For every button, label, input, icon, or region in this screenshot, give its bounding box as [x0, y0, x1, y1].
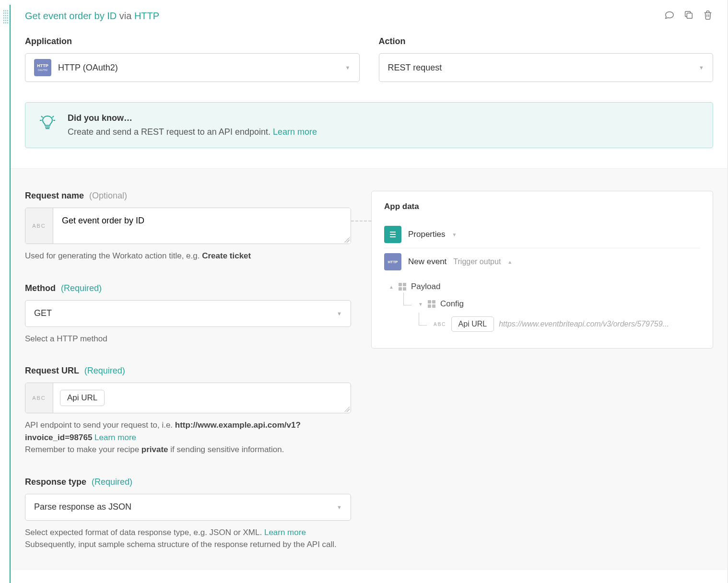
new-event-row[interactable]: HTTP New event Trigger output ▲: [384, 248, 700, 275]
chevron-down-icon: ▼: [699, 65, 704, 70]
chevron-down-icon: ▼: [337, 311, 342, 316]
learn-more-link[interactable]: Learn more: [273, 127, 317, 137]
tip-body: Create and send a REST request to an API…: [68, 127, 317, 137]
properties-row[interactable]: Properties ▼: [384, 221, 700, 248]
info-panel: Did you know… Create and send a REST req…: [25, 102, 713, 148]
request-name-input[interactable]: [53, 208, 351, 244]
request-url-helper: API endpoint to send your request to, i.…: [25, 419, 351, 456]
chevron-down-icon: ▼: [345, 65, 351, 70]
chevron-down-icon[interactable]: ▼: [452, 232, 457, 237]
application-label: Application: [25, 36, 360, 47]
data-pill-api-url[interactable]: Api URL: [451, 316, 494, 332]
tree-node-payload[interactable]: ▲ Payload: [389, 278, 700, 295]
tip-title: Did you know…: [68, 113, 317, 123]
response-type-label: Response type (Required): [25, 477, 351, 487]
request-name-helper: Used for generating the Workato action t…: [25, 250, 351, 262]
object-icon: [428, 300, 435, 308]
request-url-label: Request URL (Required): [25, 366, 351, 376]
properties-icon: [384, 226, 401, 243]
method-select[interactable]: GET ▼: [25, 300, 351, 327]
chevron-up-icon[interactable]: ▲: [507, 259, 512, 265]
data-pill-api-url[interactable]: Api URL: [60, 390, 105, 406]
http-app-icon: HTTP: [384, 253, 401, 270]
step-rail: [0, 0, 11, 583]
http-app-icon: HTTP OAUTH2: [34, 59, 51, 76]
text-type-icon: ABC: [434, 322, 446, 327]
svg-line-5: [41, 116, 43, 117]
chevron-up-icon[interactable]: ▲: [389, 284, 394, 290]
response-type-helper: Select expected format of data response …: [25, 526, 351, 551]
app-data-panel: App data Properties ▼ HTTP New event Tri…: [371, 191, 713, 349]
step-header: Get event order by ID via HTTP: [25, 0, 713, 36]
application-select[interactable]: HTTP OAUTH2 HTTP (OAuth2) ▼: [25, 53, 360, 82]
app-data-title: App data: [384, 202, 700, 211]
delete-icon[interactable]: [703, 10, 713, 22]
learn-more-link[interactable]: Learn more: [94, 433, 136, 442]
action-label: Action: [379, 36, 714, 47]
request-url-input[interactable]: Api URL: [53, 383, 351, 413]
copy-icon[interactable]: [683, 10, 694, 22]
request-name-label: Request name (Optional): [25, 191, 351, 201]
tree-node-config[interactable]: ▼ Config: [405, 295, 700, 313]
comment-icon[interactable]: [664, 10, 675, 22]
svg-rect-0: [687, 13, 692, 18]
text-type-icon: ABC: [25, 383, 53, 413]
tree-node-api-url[interactable]: ABC Api URL https://www.eventbriteapi.co…: [421, 313, 700, 336]
api-url-preview: https://www.eventbriteapi.com/v3/orders/…: [499, 320, 700, 328]
svg-line-6: [52, 116, 54, 117]
chevron-down-icon: ▼: [337, 504, 342, 510]
step-title: Get event order by ID via HTTP: [25, 11, 159, 22]
response-type-select[interactable]: Parse response as JSON ▼: [25, 494, 351, 521]
method-helper: Select a HTTP method: [25, 333, 351, 345]
lightbulb-icon: [38, 113, 57, 132]
chevron-down-icon[interactable]: ▼: [418, 302, 423, 307]
text-type-icon: ABC: [25, 208, 53, 244]
action-select[interactable]: REST request ▼: [379, 53, 714, 82]
data-link-connector: [351, 221, 371, 222]
method-label: Method (Required): [25, 283, 351, 293]
object-icon: [399, 283, 406, 291]
drag-handle-icon[interactable]: [3, 10, 9, 24]
learn-more-link[interactable]: Learn more: [264, 528, 306, 537]
